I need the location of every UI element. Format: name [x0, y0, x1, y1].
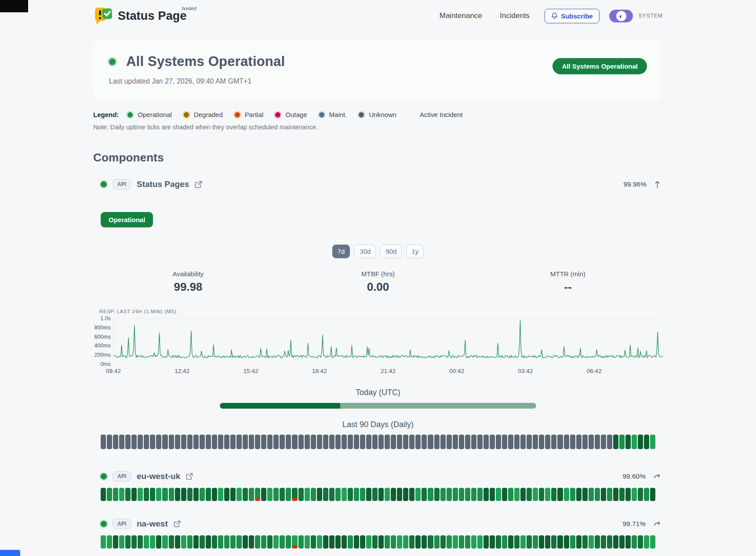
uptime-tick[interactable] — [477, 435, 483, 449]
uptime-tick[interactable] — [551, 535, 556, 549]
uptime-tick[interactable] — [378, 488, 384, 501]
uptime-tick[interactable] — [200, 435, 205, 449]
range-button-90d[interactable]: 90d — [380, 245, 402, 258]
uptime-tick[interactable] — [533, 488, 538, 501]
uptime-tick[interactable] — [391, 488, 396, 501]
uptime-tick[interactable] — [533, 535, 538, 549]
uptime-tick[interactable] — [415, 488, 421, 501]
uptime-tick[interactable] — [366, 488, 371, 501]
uptime-tick[interactable] — [415, 535, 421, 549]
uptime-tick[interactable] — [206, 435, 211, 449]
uptime-tick[interactable] — [650, 488, 655, 501]
uptime-tick[interactable] — [514, 535, 520, 549]
uptime-tick[interactable] — [391, 535, 396, 549]
uptime-tick[interactable] — [527, 488, 532, 501]
chart-plot-area[interactable] — [113, 318, 663, 364]
uptime-tick[interactable] — [619, 488, 625, 501]
collapse-arrow-icon[interactable] — [654, 181, 660, 188]
uptime-tick[interactable] — [490, 488, 495, 501]
uptime-tick[interactable] — [317, 488, 322, 501]
uptime-tick[interactable] — [150, 488, 155, 501]
uptime-tick[interactable] — [131, 435, 137, 449]
uptime-tick[interactable] — [625, 535, 631, 549]
uptime-tick[interactable] — [131, 488, 137, 501]
uptime-tick[interactable] — [589, 488, 594, 501]
expand-arrow-icon[interactable] — [654, 474, 660, 479]
uptime-tick[interactable] — [372, 435, 378, 449]
uptime-tick[interactable] — [286, 535, 291, 549]
uptime-tick[interactable] — [409, 435, 414, 449]
uptime-tick[interactable] — [329, 535, 334, 549]
uptime-tick[interactable] — [286, 488, 291, 501]
expand-arrow-icon[interactable] — [654, 522, 660, 527]
uptime-tick[interactable] — [230, 435, 236, 449]
uptime-tick[interactable] — [403, 488, 408, 501]
uptime-tick[interactable] — [595, 488, 600, 501]
uptime-tick[interactable] — [162, 488, 167, 501]
uptime-tick[interactable] — [595, 435, 600, 449]
uptime-tick[interactable] — [255, 435, 260, 449]
component-header[interactable]: APIna-west99.71% — [93, 519, 663, 529]
uptime-tick[interactable] — [119, 488, 124, 501]
uptime-tick[interactable] — [218, 535, 223, 549]
uptime-tick[interactable] — [125, 435, 131, 449]
uptime-tick[interactable] — [156, 435, 161, 449]
uptime-tick[interactable] — [267, 488, 273, 501]
uptime-tick[interactable] — [447, 488, 452, 501]
uptime-tick[interactable] — [169, 435, 174, 449]
uptime-tick[interactable] — [607, 535, 612, 549]
uptime-tick[interactable] — [273, 435, 279, 449]
uptime-tick[interactable] — [545, 488, 550, 501]
external-link-icon[interactable] — [195, 181, 202, 188]
uptime-tick[interactable] — [317, 535, 322, 549]
uptime-tick[interactable] — [169, 488, 174, 501]
uptime-tick[interactable] — [385, 435, 390, 449]
uptime-tick[interactable] — [206, 535, 211, 549]
external-link-icon[interactable] — [186, 473, 193, 480]
uptime-tick[interactable] — [453, 535, 458, 549]
uptime-tick[interactable] — [292, 435, 297, 449]
nav-link-incidents[interactable]: Incidents — [500, 11, 530, 20]
external-link-icon[interactable] — [174, 520, 181, 527]
uptime-tick[interactable] — [502, 535, 507, 549]
uptime-tick[interactable] — [477, 488, 483, 501]
uptime-tick[interactable] — [193, 488, 199, 501]
uptime-tick[interactable] — [348, 535, 353, 549]
uptime-tick[interactable] — [409, 535, 414, 549]
uptime-tick[interactable] — [459, 535, 464, 549]
uptime-tick[interactable] — [570, 435, 575, 449]
uptime-tick[interactable] — [378, 535, 384, 549]
uptime-tick[interactable] — [619, 435, 625, 449]
uptime-tick[interactable] — [292, 535, 297, 549]
uptime-tick[interactable] — [305, 435, 310, 449]
uptime-tick[interactable] — [557, 535, 563, 549]
uptime-tick[interactable] — [138, 535, 143, 549]
uptime-tick[interactable] — [601, 488, 606, 501]
uptime-tick[interactable] — [131, 535, 137, 549]
uptime-tick[interactable] — [440, 435, 446, 449]
uptime-tick[interactable] — [113, 488, 118, 501]
uptime-tick[interactable] — [570, 488, 575, 501]
uptime-tick[interactable] — [193, 535, 199, 549]
uptime-tick[interactable] — [218, 435, 223, 449]
uptime-tick[interactable] — [514, 488, 520, 501]
uptime-tick[interactable] — [490, 535, 495, 549]
uptime-tick[interactable] — [619, 535, 625, 549]
uptime-tick[interactable] — [551, 488, 556, 501]
uptime-tick[interactable] — [428, 535, 433, 549]
uptime-tick[interactable] — [378, 435, 384, 449]
uptime-tick[interactable] — [212, 488, 217, 501]
uptime-tick[interactable] — [224, 535, 229, 549]
brand-logo[interactable]: Status Page hosted — [93, 6, 191, 26]
uptime-tick[interactable] — [267, 535, 273, 549]
uptime-tick[interactable] — [589, 535, 594, 549]
uptime-tick[interactable] — [107, 488, 112, 501]
uptime-tick[interactable] — [144, 535, 149, 549]
uptime-tick[interactable] — [360, 488, 365, 501]
uptime-tick[interactable] — [397, 535, 402, 549]
uptime-tick[interactable] — [138, 435, 143, 449]
uptime-tick[interactable] — [144, 435, 149, 449]
uptime-tick[interactable] — [453, 488, 458, 501]
uptime-tick[interactable] — [483, 535, 489, 549]
uptime-tick[interactable] — [520, 435, 526, 449]
